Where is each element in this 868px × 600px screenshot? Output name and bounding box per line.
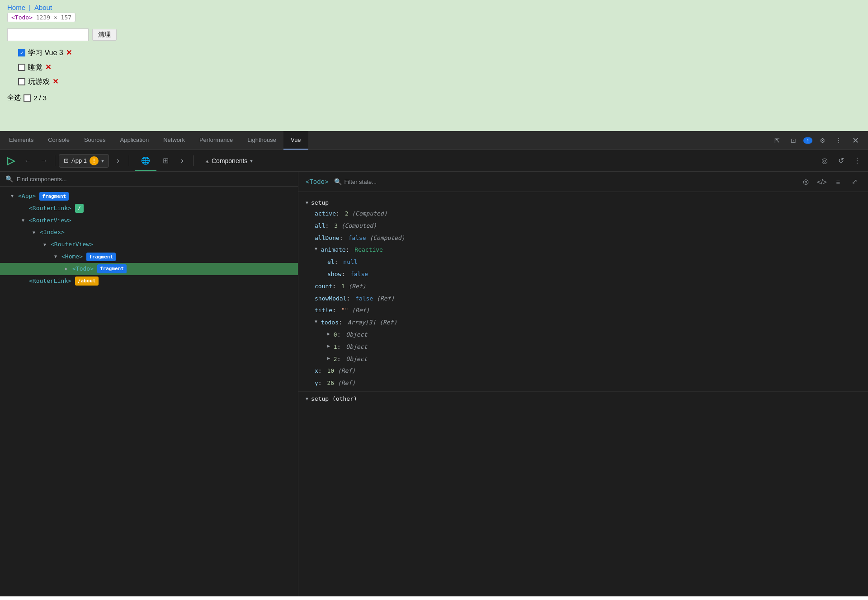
tab-vue[interactable]: Vue xyxy=(283,131,308,150)
more-tabs-button[interactable]: › xyxy=(175,154,189,168)
select-all-label: 全选 xyxy=(7,94,21,102)
todo-text-3: 玩游戏 xyxy=(28,75,50,89)
components-dropdown[interactable]: ⟁ Components ▾ xyxy=(201,155,257,166)
scroll-into-view-icon[interactable]: ◎ xyxy=(799,175,812,188)
state-x: x : 10 (Ref) xyxy=(306,365,861,377)
tree-tag-rv1: <RouterView> xyxy=(29,216,71,225)
state-showModal: showModal : false (Ref) xyxy=(306,293,861,305)
more-apps-button[interactable]: › xyxy=(111,154,125,168)
todo-input[interactable] xyxy=(7,28,89,41)
todo-delete-1[interactable]: ✕ xyxy=(66,46,72,60)
undock-icon[interactable]: ⊡ xyxy=(787,134,800,147)
setup-label: setup xyxy=(311,199,329,206)
tree-todo[interactable]: ▶ <Todo> fragment xyxy=(0,263,298,275)
tree-tag-app: <App> xyxy=(18,192,36,201)
state-active: active : 2 (Computed) xyxy=(306,208,861,220)
tree-badge-rl1: / xyxy=(75,204,84,213)
app-area: Home | About <Todo> 1239 × 157 清理 学习 Vue… xyxy=(0,0,868,131)
left-panel: 🔍 ▼ <App> fragment <RouterLink> / ▼ <Rou… xyxy=(0,172,298,596)
components-label: Components xyxy=(212,157,247,164)
devtools-tab-bar: Elements Console Sources Application Net… xyxy=(0,131,868,150)
setup-arrow-icon: ▼ xyxy=(306,200,308,205)
tree-badge-rl2: /about xyxy=(75,277,99,286)
tree-tag-rl1: <RouterLink> xyxy=(29,204,71,213)
tab-lighthouse[interactable]: Lighthouse xyxy=(240,131,283,150)
tab-console[interactable]: Console xyxy=(41,131,77,150)
setup-other-arrow: ▼ xyxy=(306,396,308,401)
state-all: all : 3 (Computed) xyxy=(306,220,861,232)
right-panel: <Todo> 🔍 ◎ </> ≡ ⤢ ▼ setup xyxy=(298,172,868,596)
nav-home[interactable]: Home xyxy=(7,4,25,11)
app-name: App 1 xyxy=(71,157,87,164)
state-animate-show: show : false xyxy=(306,268,861,281)
tab-routes-nav[interactable]: ⊞ xyxy=(156,154,175,168)
tree-icon: ⟁ xyxy=(205,157,209,164)
open-in-new-icon[interactable]: ⤢ xyxy=(848,175,861,188)
todo-delete-3[interactable]: ✕ xyxy=(52,75,58,89)
open-in-editor-icon[interactable]: </> xyxy=(816,175,828,188)
tree-router-view-2[interactable]: ▼ <RouterView> xyxy=(0,239,298,251)
tooltip-dims: 1239 × 157 xyxy=(36,14,71,21)
tab-elements[interactable]: Elements xyxy=(2,131,41,150)
refresh-icon[interactable]: ↺ xyxy=(834,154,848,168)
badge-container: 1 xyxy=(803,137,812,144)
nav-about[interactable]: About xyxy=(34,4,52,11)
tab-performance[interactable]: Performance xyxy=(192,131,240,150)
state-animate: ▼ animate : Reactive xyxy=(306,244,861,256)
tree-arrow-rv1: ▼ xyxy=(22,217,27,224)
filter-bar: 🔍 xyxy=(334,178,794,185)
tree-badge-app: fragment xyxy=(39,192,69,201)
filter-state-input[interactable] xyxy=(344,178,794,185)
tree-router-view-1[interactable]: ▼ <RouterView> xyxy=(0,215,298,227)
settings-icon[interactable]: ⚙ xyxy=(816,134,829,147)
setup-other-section[interactable]: ▼ setup (other) xyxy=(298,391,868,406)
notification-badge: 1 xyxy=(803,137,812,144)
globe-icon: 🌐 xyxy=(141,156,150,165)
options-icon[interactable]: ⋮ xyxy=(850,154,864,168)
tree-app[interactable]: ▼ <App> fragment xyxy=(0,190,298,202)
component-search-input[interactable] xyxy=(17,176,292,183)
todo-checkbox-3[interactable] xyxy=(18,78,25,85)
back-button[interactable]: ← xyxy=(20,154,35,168)
tree-tag-index: <Index> xyxy=(40,228,65,237)
todo-clear-button[interactable]: 清理 xyxy=(92,29,117,41)
todo-checkbox-1[interactable] xyxy=(18,49,25,56)
dock-icon[interactable]: ⇱ xyxy=(771,134,783,147)
todo-delete-2[interactable]: ✕ xyxy=(45,60,51,75)
forward-button[interactable]: → xyxy=(37,154,51,168)
app-nav: Home | About xyxy=(0,0,868,15)
more-icon[interactable]: ⋮ xyxy=(832,134,845,147)
tree-arrow-index: ▼ xyxy=(33,229,38,236)
chevron-down-icon: ▾ xyxy=(101,158,104,164)
tree-router-link-1[interactable]: <RouterLink> / xyxy=(0,202,298,215)
tab-network[interactable]: Network xyxy=(156,131,192,150)
devtools-body: 🔍 ▼ <App> fragment <RouterLink> / ▼ <Rou… xyxy=(0,172,868,596)
filter-icon: 🔍 xyxy=(334,178,342,185)
tree-tag-rv2: <RouterView> xyxy=(51,240,93,249)
todo-item-2: 睡觉 ✕ xyxy=(18,60,868,75)
tab-sources[interactable]: Sources xyxy=(77,131,113,150)
tree-index[interactable]: ▼ <Index> xyxy=(0,226,298,239)
tab-application[interactable]: Application xyxy=(113,131,156,150)
state-todos: ▼ todos : Array[3] (Ref) xyxy=(306,317,861,329)
nav-separator: | xyxy=(29,4,31,11)
vue-toolbar: ▷ ← → ⊡ App 1 ! ▾ › 🌐 ⊞ › ⟁ Components ▾ xyxy=(0,150,868,172)
tree-tag-todo: <Todo> xyxy=(72,264,94,274)
setup-header[interactable]: ▼ setup xyxy=(306,197,861,208)
app-selector[interactable]: ⊡ App 1 ! ▾ xyxy=(59,154,109,168)
tree-arrow-home: ▼ xyxy=(54,253,60,260)
tree-home[interactable]: ▼ <Home> fragment xyxy=(0,251,298,263)
state-sort-icon[interactable]: ≡ xyxy=(832,175,844,188)
select-all-checkbox[interactable] xyxy=(24,94,31,102)
todo-checkbox-2[interactable] xyxy=(18,64,25,71)
state-y: y : 26 (Ref) xyxy=(306,377,861,389)
tree-router-link-2[interactable]: <RouterLink> /about xyxy=(0,275,298,287)
close-devtools[interactable]: ✕ xyxy=(849,136,863,145)
inspect-icon[interactable]: ◎ xyxy=(817,154,832,168)
right-header: <Todo> 🔍 ◎ </> ≡ ⤢ xyxy=(298,172,868,192)
tree-badge-todo: fragment xyxy=(97,264,127,273)
tree-tag-home: <Home> xyxy=(61,252,83,262)
todo-footer: 全选 2 / 3 xyxy=(0,89,868,107)
tab-components-nav[interactable]: 🌐 xyxy=(135,154,156,168)
vue-nav-tabs: 🌐 ⊞ › xyxy=(135,154,189,168)
